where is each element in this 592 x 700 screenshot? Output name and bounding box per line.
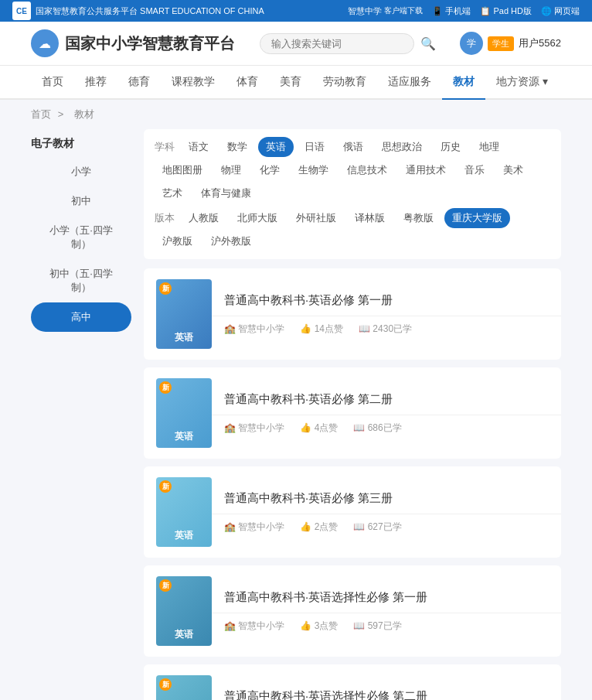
subject-label: 学科 xyxy=(155,140,178,154)
book-title-4: 普通高中教科书·英语选择性必修 第二册 xyxy=(224,689,549,701)
sidebar-title: 电子教材 xyxy=(31,129,131,157)
sidebar-item-小学（五·四学制）[interactable]: 小学（五·四学制） xyxy=(31,216,131,259)
subject-tag-体育与健康[interactable]: 体育与健康 xyxy=(193,183,259,203)
divider-0 xyxy=(212,316,561,316)
edition-tag-粤教版[interactable]: 粤教版 xyxy=(396,208,441,228)
site-title: 国家中小学智慧教育平台 xyxy=(65,33,235,54)
nav-item-课程教学[interactable]: 课程教学 xyxy=(161,66,226,98)
subject-tag-语文[interactable]: 语文 xyxy=(181,137,216,157)
subject-tag-历史[interactable]: 历史 xyxy=(433,137,468,157)
edition-filter-row: 版本人教版北师大版外研社版译林版粤教版重庆大学版沪教版沪外教版 xyxy=(155,208,550,251)
edition-tag-沪外教版[interactable]: 沪外教版 xyxy=(203,231,259,251)
divider-3 xyxy=(212,613,561,613)
edition-tag-北师大版[interactable]: 北师大版 xyxy=(230,208,285,228)
book-info-4: 普通高中教科书·英语选择性必修 第二册🏫 智慧中小学👍 2点赞📖 531已学 xyxy=(224,689,549,701)
user-role-badge: 学生 xyxy=(488,36,514,51)
main-header: ☁ 国家中小学智慧教育平台 🔍 学 学生 用户5562 xyxy=(0,22,592,66)
sidebar-item-小学[interactable]: 小学 xyxy=(31,157,131,186)
subject-filter-row: 学科语文数学英语日语俄语思想政治历史地理地图图册物理化学生物学信息技术通用技术音… xyxy=(155,137,550,203)
zhihui-download-btn[interactable]: 智慧中学 客户端下载 xyxy=(348,5,423,17)
nav-item-地方资源 ▾[interactable]: 地方资源 ▾ xyxy=(485,66,559,98)
nav-item-教材[interactable]: 教材 xyxy=(442,66,485,100)
book-card-0[interactable]: 新英语普通高中教科书·英语必修 第一册🏫 智慧中小学👍 14点赞📖 2430已学 xyxy=(144,268,561,360)
book-cover-1: 新英语 xyxy=(156,378,212,448)
cover-label-0: 英语 xyxy=(156,331,212,344)
subject-tag-俄语[interactable]: 俄语 xyxy=(335,137,371,157)
platform-title: 国家智慧教育公共服务平台 SMART EDUCATION OF CHINA xyxy=(36,5,264,17)
logo-area: ☁ 国家中小学智慧教育平台 xyxy=(31,29,235,57)
sidebar-item-初中（五·四学制）[interactable]: 初中（五·四学制） xyxy=(31,259,131,302)
nav-item-首页[interactable]: 首页 xyxy=(31,66,74,98)
cover-badge-1: 新 xyxy=(159,381,172,394)
book-card-3[interactable]: 新英语普通高中教科书·英语选择性必修 第一册🏫 智慧中小学👍 3点赞📖 597已… xyxy=(144,565,561,657)
subject-tag-英语[interactable]: 英语 xyxy=(258,137,294,157)
subject-tag-物理[interactable]: 物理 xyxy=(213,160,249,180)
search-button[interactable]: 🔍 xyxy=(420,36,436,51)
nav-bar: 首页推荐德育课程教学体育美育劳动教育适应服务教材地方资源 ▾ xyxy=(0,66,592,100)
book-likes-1: 👍 4点赞 xyxy=(300,422,338,435)
subject-tag-信息技术[interactable]: 信息技术 xyxy=(339,160,395,180)
nav-item-推荐[interactable]: 推荐 xyxy=(74,66,117,98)
subject-tag-地图图册[interactable]: 地图图册 xyxy=(155,160,210,180)
book-title-3: 普通高中教科书·英语选择性必修 第一册 xyxy=(224,590,549,605)
cover-badge-3: 新 xyxy=(159,579,172,592)
book-views-0: 📖 2430已学 xyxy=(359,323,412,336)
book-cover-4: 新英语 xyxy=(156,675,212,700)
pad-btn[interactable]: 📋 Pad HD版 xyxy=(480,5,532,17)
search-input[interactable] xyxy=(260,33,414,54)
subject-tag-日语[interactable]: 日语 xyxy=(297,137,332,157)
divider-2 xyxy=(212,514,561,514)
book-cover-2: 新英语 xyxy=(156,477,212,547)
subject-tag-化学[interactable]: 化学 xyxy=(252,160,287,180)
cover-badge-0: 新 xyxy=(159,282,172,295)
web-btn[interactable]: 🌐 网页端 xyxy=(541,5,580,17)
content-wrapper: 电子教材 小学初中小学（五·四学制）初中（五·四学制）高中 学科语文数学英语日语… xyxy=(0,129,592,700)
book-school-1: 🏫 智慧中小学 xyxy=(224,422,284,435)
nav-item-体育[interactable]: 体育 xyxy=(226,66,269,98)
book-card-4[interactable]: 新英语普通高中教科书·英语选择性必修 第二册🏫 智慧中小学👍 2点赞📖 531已… xyxy=(144,664,561,700)
book-views-2: 📖 627已学 xyxy=(353,521,401,534)
book-cover-0: 新英语 xyxy=(156,279,212,349)
edition-tag-译林版[interactable]: 译林版 xyxy=(347,208,393,228)
breadcrumb-current: 教材 xyxy=(74,108,94,120)
subject-tag-思想政治[interactable]: 思想政治 xyxy=(374,137,430,157)
subject-tag-通用技术[interactable]: 通用技术 xyxy=(398,160,454,180)
book-list: 新英语普通高中教科书·英语必修 第一册🏫 智慧中小学👍 14点赞📖 2430已学… xyxy=(144,268,561,700)
nav-item-美育[interactable]: 美育 xyxy=(269,66,312,98)
subject-tag-美术[interactable]: 美术 xyxy=(495,160,531,180)
main-content: 学科语文数学英语日语俄语思想政治历史地理地图图册物理化学生物学信息技术通用技术音… xyxy=(144,129,561,700)
cover-badge-2: 新 xyxy=(159,480,172,493)
book-title-1: 普通高中教科书·英语必修 第二册 xyxy=(224,392,549,407)
edition-tag-外研社版[interactable]: 外研社版 xyxy=(288,208,344,228)
sidebar-item-高中[interactable]: 高中 xyxy=(31,302,131,332)
book-meta-0: 🏫 智慧中小学👍 14点赞📖 2430已学 xyxy=(224,323,549,336)
phone-btn[interactable]: 📱 手机端 xyxy=(432,5,471,17)
subject-tag-生物学[interactable]: 生物学 xyxy=(291,160,336,180)
book-views-3: 📖 597已学 xyxy=(353,620,401,633)
subject-tag-数学[interactable]: 数学 xyxy=(219,137,255,157)
top-bar-right: 智慧中学 客户端下载 📱 手机端 📋 Pad HD版 🌐 网页端 xyxy=(348,5,580,17)
sidebar-item-初中[interactable]: 初中 xyxy=(31,186,131,216)
nav-item-劳动教育[interactable]: 劳动教育 xyxy=(312,66,377,98)
nav-item-适应服务[interactable]: 适应服务 xyxy=(377,66,442,98)
top-bar-left: CE 国家智慧教育公共服务平台 SMART EDUCATION OF CHINA xyxy=(12,2,264,20)
book-card-2[interactable]: 新英语普通高中教科书·英语必修 第三册🏫 智慧中小学👍 2点赞📖 627已学 xyxy=(144,466,561,558)
edition-tag-沪教版[interactable]: 沪教版 xyxy=(155,231,200,251)
book-meta-1: 🏫 智慧中小学👍 4点赞📖 686已学 xyxy=(224,422,549,435)
book-views-1: 📖 686已学 xyxy=(353,422,401,435)
platform-logo: CE xyxy=(12,2,31,20)
book-info-2: 普通高中教科书·英语必修 第三册🏫 智慧中小学👍 2点赞📖 627已学 xyxy=(224,491,549,534)
edition-tag-重庆大学版[interactable]: 重庆大学版 xyxy=(444,208,510,228)
book-title-0: 普通高中教科书·英语必修 第一册 xyxy=(224,293,549,308)
sidebar: 电子教材 小学初中小学（五·四学制）初中（五·四学制）高中 xyxy=(31,129,131,700)
breadcrumb-home[interactable]: 首页 xyxy=(31,108,51,120)
edition-tag-人教版[interactable]: 人教版 xyxy=(181,208,226,228)
subject-tag-艺术[interactable]: 艺术 xyxy=(155,183,190,203)
avatar: 学 xyxy=(460,32,483,55)
book-card-1[interactable]: 新英语普通高中教科书·英语必修 第二册🏫 智慧中小学👍 4点赞📖 686已学 xyxy=(144,367,561,459)
user-area: 学 学生 用户5562 xyxy=(460,32,561,55)
nav-item-德育[interactable]: 德育 xyxy=(117,66,161,98)
subject-tag-音乐[interactable]: 音乐 xyxy=(457,160,492,180)
book-likes-2: 👍 2点赞 xyxy=(300,521,338,534)
subject-tag-地理[interactable]: 地理 xyxy=(471,137,507,157)
